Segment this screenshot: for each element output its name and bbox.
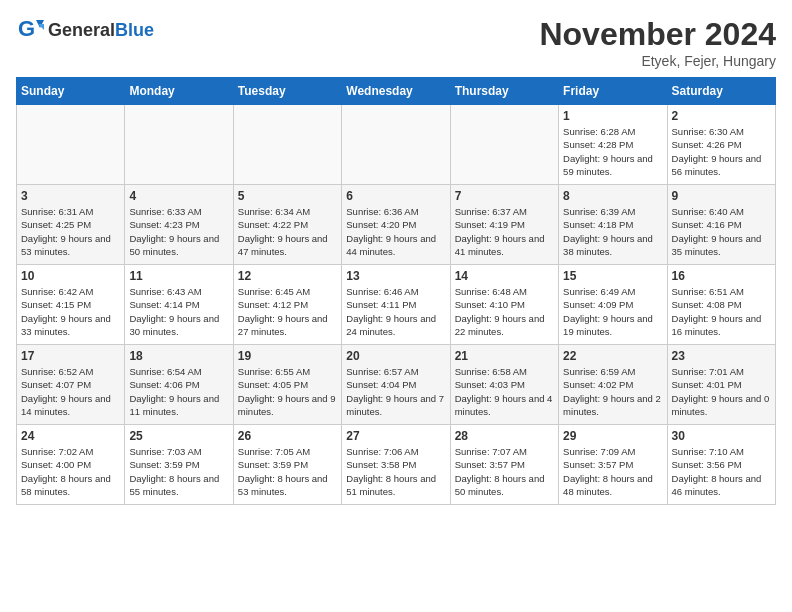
day-info: Sunrise: 6:28 AM Sunset: 4:28 PM Dayligh… — [563, 125, 662, 178]
calendar-day-cell: 25Sunrise: 7:03 AM Sunset: 3:59 PM Dayli… — [125, 425, 233, 505]
day-number: 24 — [21, 429, 120, 443]
calendar-day-cell: 15Sunrise: 6:49 AM Sunset: 4:09 PM Dayli… — [559, 265, 667, 345]
calendar-day-cell: 12Sunrise: 6:45 AM Sunset: 4:12 PM Dayli… — [233, 265, 341, 345]
day-number: 13 — [346, 269, 445, 283]
day-info: Sunrise: 7:01 AM Sunset: 4:01 PM Dayligh… — [672, 365, 771, 418]
day-info: Sunrise: 6:55 AM Sunset: 4:05 PM Dayligh… — [238, 365, 337, 418]
calendar-body: 1Sunrise: 6:28 AM Sunset: 4:28 PM Daylig… — [17, 105, 776, 505]
day-number: 20 — [346, 349, 445, 363]
calendar-day-cell: 20Sunrise: 6:57 AM Sunset: 4:04 PM Dayli… — [342, 345, 450, 425]
calendar-day-cell — [342, 105, 450, 185]
logo-text: GeneralBlue — [48, 20, 154, 41]
day-info: Sunrise: 6:49 AM Sunset: 4:09 PM Dayligh… — [563, 285, 662, 338]
calendar-week-row: 10Sunrise: 6:42 AM Sunset: 4:15 PM Dayli… — [17, 265, 776, 345]
day-number: 6 — [346, 189, 445, 203]
day-info: Sunrise: 6:51 AM Sunset: 4:08 PM Dayligh… — [672, 285, 771, 338]
day-info: Sunrise: 7:03 AM Sunset: 3:59 PM Dayligh… — [129, 445, 228, 498]
calendar-day-cell: 29Sunrise: 7:09 AM Sunset: 3:57 PM Dayli… — [559, 425, 667, 505]
calendar-week-row: 24Sunrise: 7:02 AM Sunset: 4:00 PM Dayli… — [17, 425, 776, 505]
calendar-day-cell: 14Sunrise: 6:48 AM Sunset: 4:10 PM Dayli… — [450, 265, 558, 345]
day-number: 4 — [129, 189, 228, 203]
calendar-day-cell: 23Sunrise: 7:01 AM Sunset: 4:01 PM Dayli… — [667, 345, 775, 425]
day-number: 9 — [672, 189, 771, 203]
day-number: 1 — [563, 109, 662, 123]
day-number: 7 — [455, 189, 554, 203]
day-info: Sunrise: 6:30 AM Sunset: 4:26 PM Dayligh… — [672, 125, 771, 178]
calendar-day-cell — [233, 105, 341, 185]
day-info: Sunrise: 6:31 AM Sunset: 4:25 PM Dayligh… — [21, 205, 120, 258]
day-number: 17 — [21, 349, 120, 363]
calendar-day-cell: 7Sunrise: 6:37 AM Sunset: 4:19 PM Daylig… — [450, 185, 558, 265]
day-info: Sunrise: 6:48 AM Sunset: 4:10 PM Dayligh… — [455, 285, 554, 338]
calendar-day-cell — [450, 105, 558, 185]
calendar-day-cell: 1Sunrise: 6:28 AM Sunset: 4:28 PM Daylig… — [559, 105, 667, 185]
day-info: Sunrise: 6:46 AM Sunset: 4:11 PM Dayligh… — [346, 285, 445, 338]
calendar-day-cell: 18Sunrise: 6:54 AM Sunset: 4:06 PM Dayli… — [125, 345, 233, 425]
calendar-day-cell: 28Sunrise: 7:07 AM Sunset: 3:57 PM Dayli… — [450, 425, 558, 505]
day-number: 8 — [563, 189, 662, 203]
calendar-day-cell: 3Sunrise: 6:31 AM Sunset: 4:25 PM Daylig… — [17, 185, 125, 265]
day-info: Sunrise: 6:36 AM Sunset: 4:20 PM Dayligh… — [346, 205, 445, 258]
day-info: Sunrise: 6:43 AM Sunset: 4:14 PM Dayligh… — [129, 285, 228, 338]
title-area: November 2024 Etyek, Fejer, Hungary — [539, 16, 776, 69]
day-info: Sunrise: 7:05 AM Sunset: 3:59 PM Dayligh… — [238, 445, 337, 498]
day-info: Sunrise: 7:06 AM Sunset: 3:58 PM Dayligh… — [346, 445, 445, 498]
day-info: Sunrise: 6:40 AM Sunset: 4:16 PM Dayligh… — [672, 205, 771, 258]
weekday-header-cell: Saturday — [667, 78, 775, 105]
svg-marker-2 — [38, 24, 44, 30]
weekday-header-cell: Monday — [125, 78, 233, 105]
day-info: Sunrise: 6:52 AM Sunset: 4:07 PM Dayligh… — [21, 365, 120, 418]
calendar-day-cell: 5Sunrise: 6:34 AM Sunset: 4:22 PM Daylig… — [233, 185, 341, 265]
calendar-day-cell — [125, 105, 233, 185]
month-title: November 2024 — [539, 16, 776, 53]
weekday-header-cell: Thursday — [450, 78, 558, 105]
calendar-day-cell: 24Sunrise: 7:02 AM Sunset: 4:00 PM Dayli… — [17, 425, 125, 505]
day-number: 27 — [346, 429, 445, 443]
calendar-table: SundayMondayTuesdayWednesdayThursdayFrid… — [16, 77, 776, 505]
day-info: Sunrise: 6:57 AM Sunset: 4:04 PM Dayligh… — [346, 365, 445, 418]
day-info: Sunrise: 6:58 AM Sunset: 4:03 PM Dayligh… — [455, 365, 554, 418]
day-number: 10 — [21, 269, 120, 283]
day-info: Sunrise: 6:34 AM Sunset: 4:22 PM Dayligh… — [238, 205, 337, 258]
logo-icon: G — [16, 16, 44, 44]
calendar-day-cell: 6Sunrise: 6:36 AM Sunset: 4:20 PM Daylig… — [342, 185, 450, 265]
day-number: 22 — [563, 349, 662, 363]
day-number: 28 — [455, 429, 554, 443]
day-number: 18 — [129, 349, 228, 363]
day-info: Sunrise: 7:07 AM Sunset: 3:57 PM Dayligh… — [455, 445, 554, 498]
location-subtitle: Etyek, Fejer, Hungary — [539, 53, 776, 69]
calendar-day-cell: 17Sunrise: 6:52 AM Sunset: 4:07 PM Dayli… — [17, 345, 125, 425]
calendar-week-row: 17Sunrise: 6:52 AM Sunset: 4:07 PM Dayli… — [17, 345, 776, 425]
weekday-header-cell: Friday — [559, 78, 667, 105]
calendar-day-cell: 21Sunrise: 6:58 AM Sunset: 4:03 PM Dayli… — [450, 345, 558, 425]
day-info: Sunrise: 7:09 AM Sunset: 3:57 PM Dayligh… — [563, 445, 662, 498]
calendar-week-row: 1Sunrise: 6:28 AM Sunset: 4:28 PM Daylig… — [17, 105, 776, 185]
calendar-day-cell: 22Sunrise: 6:59 AM Sunset: 4:02 PM Dayli… — [559, 345, 667, 425]
header: G GeneralBlue November 2024 Etyek, Fejer… — [16, 16, 776, 69]
weekday-header-cell: Tuesday — [233, 78, 341, 105]
day-number: 25 — [129, 429, 228, 443]
calendar-day-cell: 9Sunrise: 6:40 AM Sunset: 4:16 PM Daylig… — [667, 185, 775, 265]
day-info: Sunrise: 7:02 AM Sunset: 4:00 PM Dayligh… — [21, 445, 120, 498]
day-info: Sunrise: 6:54 AM Sunset: 4:06 PM Dayligh… — [129, 365, 228, 418]
calendar-day-cell: 30Sunrise: 7:10 AM Sunset: 3:56 PM Dayli… — [667, 425, 775, 505]
day-number: 14 — [455, 269, 554, 283]
day-info: Sunrise: 6:37 AM Sunset: 4:19 PM Dayligh… — [455, 205, 554, 258]
day-number: 21 — [455, 349, 554, 363]
calendar-day-cell — [17, 105, 125, 185]
calendar-day-cell: 27Sunrise: 7:06 AM Sunset: 3:58 PM Dayli… — [342, 425, 450, 505]
logo: G GeneralBlue — [16, 16, 154, 44]
weekday-header-cell: Wednesday — [342, 78, 450, 105]
day-info: Sunrise: 6:59 AM Sunset: 4:02 PM Dayligh… — [563, 365, 662, 418]
day-number: 30 — [672, 429, 771, 443]
day-info: Sunrise: 6:39 AM Sunset: 4:18 PM Dayligh… — [563, 205, 662, 258]
day-number: 23 — [672, 349, 771, 363]
day-info: Sunrise: 7:10 AM Sunset: 3:56 PM Dayligh… — [672, 445, 771, 498]
day-number: 2 — [672, 109, 771, 123]
calendar-day-cell: 26Sunrise: 7:05 AM Sunset: 3:59 PM Dayli… — [233, 425, 341, 505]
calendar-day-cell: 4Sunrise: 6:33 AM Sunset: 4:23 PM Daylig… — [125, 185, 233, 265]
day-info: Sunrise: 6:33 AM Sunset: 4:23 PM Dayligh… — [129, 205, 228, 258]
calendar-week-row: 3Sunrise: 6:31 AM Sunset: 4:25 PM Daylig… — [17, 185, 776, 265]
calendar-day-cell: 8Sunrise: 6:39 AM Sunset: 4:18 PM Daylig… — [559, 185, 667, 265]
day-number: 12 — [238, 269, 337, 283]
